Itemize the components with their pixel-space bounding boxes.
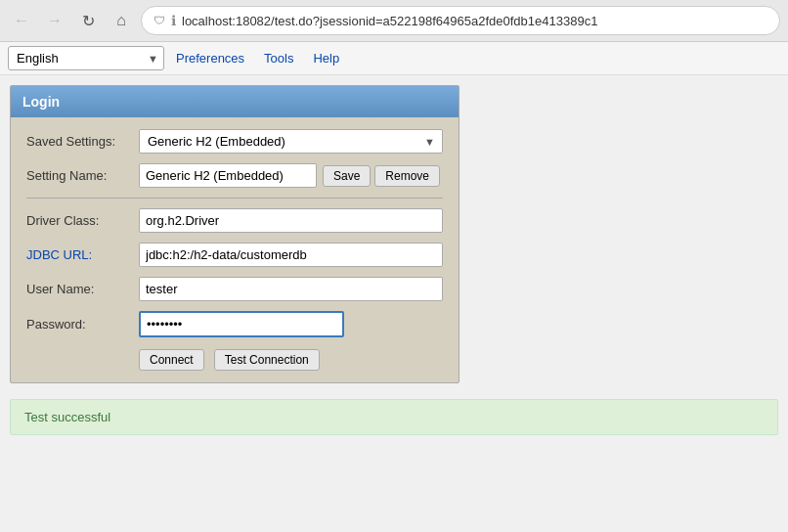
connect-button[interactable]: Connect [139, 349, 204, 371]
saved-settings-select-wrapper: Generic H2 (Embedded) Generic H2 (Server… [139, 129, 443, 154]
setting-name-label: Setting Name: [26, 168, 139, 183]
username-row: User Name: [26, 277, 443, 301]
status-message: Test successful [24, 410, 110, 424]
forward-button[interactable]: → [41, 7, 68, 34]
password-label: Password: [26, 317, 139, 332]
home-button[interactable]: ⌂ [108, 7, 135, 34]
status-bar: Test successful [10, 399, 778, 435]
browser-chrome: ← → ↻ ⌂ 🛡 ℹ localhost:18082/test.do?jses… [0, 0, 788, 42]
saved-settings-select[interactable]: Generic H2 (Embedded) Generic H2 (Server… [139, 129, 443, 154]
password-row: Password: [26, 311, 443, 337]
driver-class-label: Driver Class: [26, 213, 139, 228]
reload-button[interactable]: ↻ [74, 7, 102, 34]
tools-menu-item[interactable]: Tools [256, 47, 301, 69]
driver-class-row: Driver Class: [26, 208, 443, 233]
url-text: localhost:18082/test.do?jsessionid=a5221… [182, 14, 767, 28]
back-button[interactable]: ← [8, 7, 35, 34]
divider [26, 198, 443, 199]
login-header: Login [11, 86, 459, 117]
help-menu-item[interactable]: Help [305, 47, 347, 69]
shield-icon: 🛡 [153, 14, 165, 27]
login-panel: Login Saved Settings: Generic H2 (Embedd… [10, 85, 460, 383]
username-label: User Name: [26, 282, 139, 296]
language-select[interactable]: English French German Spanish [8, 46, 164, 70]
language-selector-wrapper: English French German Spanish ▼ [8, 46, 164, 70]
saved-settings-label: Saved Settings: [26, 134, 139, 149]
saved-settings-row: Saved Settings: Generic H2 (Embedded) Ge… [26, 129, 443, 154]
address-bar: 🛡 ℹ localhost:18082/test.do?jsessionid=a… [141, 6, 780, 35]
test-connection-button[interactable]: Test Connection [214, 349, 320, 371]
username-input[interactable] [139, 277, 443, 301]
connect-row: Connect Test Connection [26, 349, 443, 371]
page-content: Login Saved Settings: Generic H2 (Embedd… [0, 75, 788, 445]
browser-toolbar: ← → ↻ ⌂ 🛡 ℹ localhost:18082/test.do?jses… [0, 0, 788, 41]
remove-button[interactable]: Remove [374, 165, 440, 187]
login-body: Saved Settings: Generic H2 (Embedded) Ge… [11, 117, 459, 382]
preferences-menu-item[interactable]: Preferences [168, 47, 252, 69]
password-input[interactable] [139, 311, 344, 337]
driver-class-input[interactable] [139, 208, 443, 233]
setting-name-row: Setting Name: Save Remove [26, 163, 443, 188]
info-icon: ℹ [171, 13, 176, 28]
login-title: Login [22, 94, 60, 110]
jdbc-url-label[interactable]: JDBC URL: [26, 247, 139, 262]
save-button[interactable]: Save [323, 165, 371, 187]
jdbc-url-row: JDBC URL: [26, 243, 443, 267]
jdbc-url-input[interactable] [139, 243, 443, 267]
menu-bar: English French German Spanish ▼ Preferen… [0, 42, 788, 75]
setting-name-input[interactable] [139, 163, 317, 188]
